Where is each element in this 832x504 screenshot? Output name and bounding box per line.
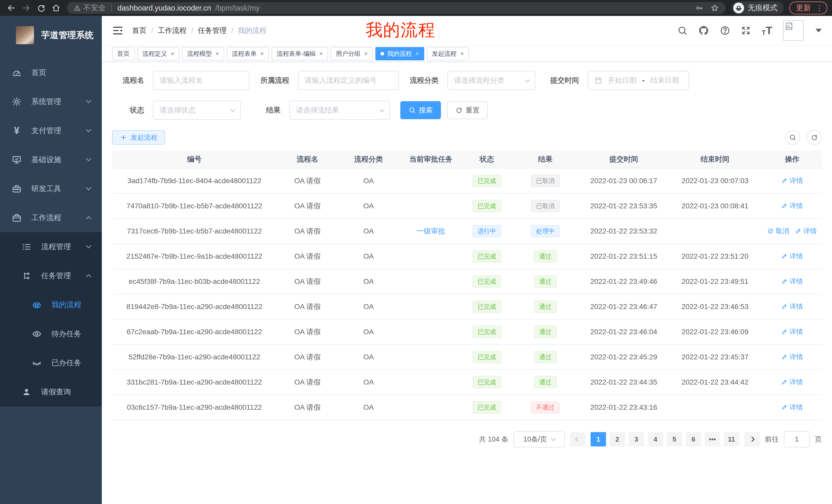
page-button-11[interactable]: 11 — [724, 432, 739, 446]
pagination: 共 104 条 10条/页 123456•••11 前往 页 — [112, 431, 822, 447]
category-select[interactable]: 请选择流程分类 — [447, 71, 535, 90]
page-button-6[interactable]: 6 — [686, 432, 701, 446]
cancel-link[interactable]: 取消 — [768, 227, 789, 235]
sidebar-item-系统管理[interactable]: 系统管理 — [0, 87, 102, 116]
result-badge: 通过 — [534, 275, 557, 288]
page-size-select[interactable]: 10条/页 — [514, 431, 565, 447]
search-button[interactable]: 搜索 — [400, 101, 441, 119]
sidebar-item-支付管理[interactable]: ¥支付管理 — [0, 116, 102, 145]
sidebar-item-请假查询[interactable]: 请假查询 — [0, 377, 102, 407]
toggle-search-button[interactable] — [785, 130, 800, 145]
sidebar-item-待办任务[interactable]: 待办任务 — [0, 319, 102, 348]
more-pages-button[interactable]: ••• — [705, 432, 720, 446]
eye-icon — [31, 329, 43, 339]
update-button[interactable]: 更新 ⋮ — [789, 2, 827, 15]
bookmark-star-icon[interactable] — [711, 4, 719, 12]
task-link[interactable]: 一级审批 — [417, 226, 445, 236]
close-icon[interactable]: × — [171, 50, 174, 57]
process-name-label: 流程名 — [112, 76, 144, 85]
close-icon[interactable]: × — [364, 50, 368, 57]
detail-link[interactable]: 详情 — [781, 353, 803, 361]
sidebar-item-任务管理[interactable]: 任务管理 — [0, 261, 102, 290]
goto-page-input[interactable] — [784, 431, 810, 447]
detail-link[interactable]: 详情 — [795, 227, 817, 235]
prev-page-button[interactable] — [570, 432, 586, 446]
result-select[interactable]: 请选择流结果 — [289, 101, 390, 120]
page-button-1[interactable]: 1 — [591, 432, 606, 446]
detail-link[interactable]: 详情 — [781, 201, 803, 211]
app-logo[interactable]: 芋道管理系统 — [0, 16, 102, 54]
detail-link[interactable]: 详情 — [781, 327, 803, 336]
cell-name: OA 请假 — [277, 176, 338, 186]
content: 流程名 请输入流程名 所属流程 请输入流程定义的编号 流程分类 请选择流程分类 … — [102, 62, 832, 504]
back-icon[interactable] — [5, 1, 18, 15]
close-icon[interactable]: × — [415, 50, 419, 57]
date-range-picker[interactable]: 开始日期 - 结束日期 — [588, 71, 689, 90]
breadcrumb-home[interactable]: 首页 — [132, 26, 147, 35]
page-button-3[interactable]: 3 — [629, 432, 644, 446]
next-page-button[interactable] — [744, 432, 760, 446]
search-icon[interactable] — [677, 25, 687, 36]
chevron-up-icon — [86, 216, 91, 221]
sidebar-item-我的流程[interactable]: 我的流程 — [0, 290, 102, 319]
status-select[interactable]: 请选择状态 — [153, 101, 241, 120]
create-process-button[interactable]: 发起流程 — [112, 130, 165, 145]
divider — [111, 4, 112, 12]
close-icon[interactable]: × — [319, 50, 323, 57]
tab-流程表单-编辑[interactable]: 流程表单-编辑× — [271, 47, 328, 60]
tab-用户分组[interactable]: 用户分组× — [331, 47, 373, 60]
detail-link[interactable]: 详情 — [781, 302, 803, 311]
font-size-icon[interactable]: TT — [761, 24, 772, 37]
tab-流程模型[interactable]: 流程模型× — [182, 47, 224, 60]
process-name-input[interactable]: 请输入流程名 — [153, 71, 250, 90]
column-header: 操作 — [762, 155, 822, 164]
breadcrumb-workflow[interactable]: 工作流程 — [158, 26, 187, 35]
avatar[interactable] — [783, 20, 804, 41]
refresh-table-button[interactable] — [807, 130, 822, 145]
cancel-icon — [768, 228, 774, 234]
detail-link[interactable]: 详情 — [781, 403, 803, 412]
github-icon[interactable] — [698, 25, 709, 36]
key-icon[interactable] — [695, 4, 703, 12]
page-button-2[interactable]: 2 — [609, 432, 625, 446]
breadcrumb-task[interactable]: 任务管理 — [198, 26, 227, 35]
browser-menu-icon[interactable]: ⋮ — [815, 4, 823, 12]
close-icon[interactable]: × — [460, 50, 464, 57]
tab-我的流程[interactable]: 我的流程× — [375, 47, 424, 60]
detail-link[interactable]: 详情 — [781, 176, 803, 185]
forward-icon[interactable] — [20, 1, 33, 15]
address-bar[interactable]: 不安全 dashboard.yudao.iocoder.cn/bpm/task/… — [67, 2, 726, 14]
home-icon[interactable] — [49, 1, 63, 15]
process-def-input[interactable]: 请输入流程定义的编号 — [298, 71, 399, 90]
detail-link[interactable]: 详情 — [781, 377, 803, 387]
sidebar-item-工作流程[interactable]: 工作流程 — [0, 203, 102, 232]
reset-button[interactable]: 重置 — [447, 101, 488, 119]
detail-link[interactable]: 详情 — [781, 252, 803, 261]
sidebar-item-已办任务[interactable]: 已办任务 — [0, 348, 102, 377]
page-button-4[interactable]: 4 — [648, 432, 663, 446]
cell-submit-time: 2022-01-23 00:06:17 — [580, 177, 668, 185]
cell-name: OA 请假 — [277, 226, 338, 236]
close-icon[interactable]: × — [260, 50, 264, 57]
hamburger-icon[interactable] — [112, 25, 123, 36]
plus-icon — [120, 134, 127, 141]
warning-icon — [74, 4, 81, 11]
cell-id: 7317cec6-7b9b-11ec-b5b7-acde48001122 — [112, 227, 277, 235]
tab-流程表单[interactable]: 流程表单× — [227, 47, 269, 60]
close-icon[interactable]: × — [215, 50, 219, 57]
fullscreen-icon[interactable] — [741, 26, 751, 35]
cell-end-time: 2022-01-22 23:46:53 — [668, 303, 762, 311]
sidebar-item-研发工具[interactable]: 研发工具 — [0, 174, 102, 203]
cell-status: 已完成 — [463, 250, 511, 263]
chevron-down-icon[interactable] — [815, 29, 822, 32]
sidebar-item-流程管理[interactable]: 流程管理 — [0, 232, 102, 261]
tab-流程定义[interactable]: 流程定义× — [137, 47, 179, 60]
tab-首页[interactable]: 首页 — [112, 47, 135, 60]
sidebar-item-首页[interactable]: 首页 — [0, 58, 102, 87]
reload-icon[interactable] — [34, 1, 48, 15]
page-button-5[interactable]: 5 — [667, 432, 682, 446]
tab-发起流程[interactable]: 发起流程× — [427, 47, 469, 60]
sidebar-item-基础设施[interactable]: 基础设施 — [0, 145, 102, 174]
detail-link[interactable]: 详情 — [781, 277, 803, 286]
help-icon[interactable] — [720, 25, 730, 36]
